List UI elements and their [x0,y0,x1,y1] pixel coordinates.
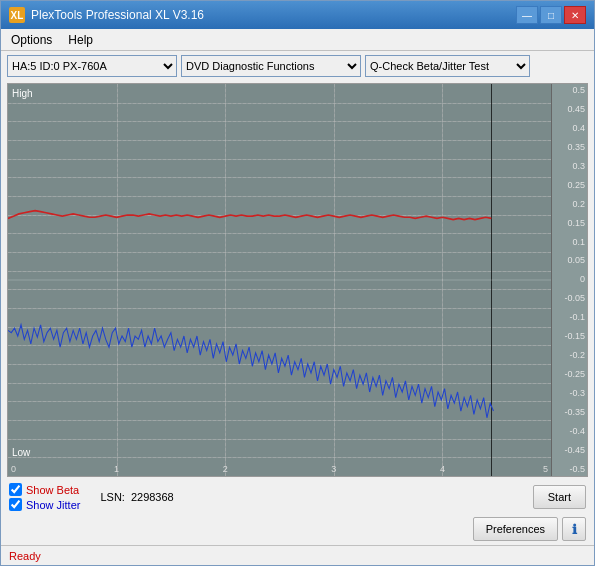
y-label-0: 0.5 [554,86,585,95]
window-controls: — □ ✕ [516,6,586,24]
y-label-12: -0.1 [554,313,585,322]
y-label-15: -0.25 [554,370,585,379]
function-selector[interactable]: DVD Diagnostic Functions [181,55,361,77]
test-selector[interactable]: Q-Check Beta/Jitter Test [365,55,530,77]
show-jitter-checkbox[interactable] [9,498,22,511]
lsn-value: 2298368 [131,491,174,503]
preferences-button[interactable]: Preferences [473,517,558,541]
title-bar-left: XL PlexTools Professional XL V3.16 [9,7,204,23]
close-button[interactable]: ✕ [564,6,586,24]
info-icon: ℹ [572,522,577,537]
chart-plot: High Low [8,84,551,476]
start-button[interactable]: Start [533,485,586,509]
y-label-2: 0.4 [554,124,585,133]
y-label-14: -0.2 [554,351,585,360]
show-beta-checkbox[interactable] [9,483,22,496]
menu-bar: Options Help [1,29,594,51]
y-label-4: 0.3 [554,162,585,171]
y-label-18: -0.4 [554,427,585,436]
y-label-5: 0.25 [554,181,585,190]
status-text: Ready [9,550,41,562]
y-label-6: 0.2 [554,200,585,209]
drive-selector[interactable]: HA:5 ID:0 PX-760A [7,55,177,77]
y-label-1: 0.45 [554,105,585,114]
show-jitter-row: Show Jitter [9,498,80,511]
y-label-3: 0.35 [554,143,585,152]
y-label-9: 0.05 [554,256,585,265]
maximize-button[interactable]: □ [540,6,562,24]
show-jitter-label: Show Jitter [26,499,80,511]
y-label-13: -0.15 [554,332,585,341]
y-label-7: 0.15 [554,219,585,228]
y-label-19: -0.45 [554,446,585,455]
toolbar: HA:5 ID:0 PX-760A DVD Diagnostic Functio… [1,51,594,81]
app-icon: XL [9,7,25,23]
y-label-20: -0.5 [554,465,585,474]
lsn-label: LSN: [100,491,124,503]
title-bar: XL PlexTools Professional XL V3.16 — □ ✕ [1,1,594,29]
y-label-8: 0.1 [554,238,585,247]
y-axis-right: 0.5 0.45 0.4 0.35 0.3 0.25 0.2 0.15 0.1 … [551,84,587,476]
y-label-10: 0 [554,275,585,284]
info-button[interactable]: ℹ [562,517,586,541]
show-beta-row: Show Beta [9,483,80,496]
menu-help[interactable]: Help [62,31,99,49]
checkbox-group: Show Beta Show Jitter [9,483,80,511]
y-label-16: -0.3 [554,389,585,398]
chart-area: High Low [7,83,588,477]
bottom-controls: Show Beta Show Jitter LSN: 2298368 Start [1,479,594,515]
status-bar: Ready [1,545,594,565]
menu-options[interactable]: Options [5,31,58,49]
main-window: XL PlexTools Professional XL V3.16 — □ ✕… [0,0,595,566]
y-label-11: -0.05 [554,294,585,303]
show-beta-label: Show Beta [26,484,79,496]
window-title: PlexTools Professional XL V3.16 [31,8,204,22]
lsn-area: LSN: 2298368 [100,491,173,503]
chart-svg [8,84,551,476]
minimize-button[interactable]: — [516,6,538,24]
preferences-row: Preferences ℹ [1,515,594,545]
y-label-17: -0.35 [554,408,585,417]
